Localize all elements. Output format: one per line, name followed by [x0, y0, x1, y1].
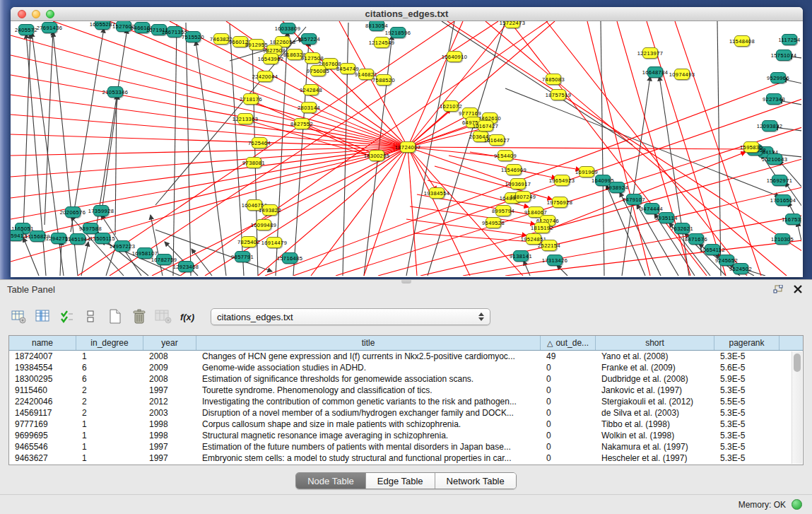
table-cell[interactable]: 1: [76, 430, 143, 441]
table-cell[interactable]: Estimation of significance thresholds fo…: [196, 373, 541, 385]
graph-node[interactable]: 2522154: [541, 240, 557, 251]
table-cell[interactable]: Nakamura et al. (1997): [596, 441, 714, 452]
table-cell[interactable]: 1997: [143, 385, 196, 396]
table-cell[interactable]: Genome-wide association studies in ADHD.: [196, 362, 541, 373]
column-header-title[interactable]: title: [196, 336, 541, 350]
graph-node[interactable]: 10654112: [705, 244, 720, 255]
table-cell[interactable]: 18300295: [9, 373, 76, 385]
graph-node[interactable]: 2935114: [659, 212, 674, 223]
graph-node[interactable]: 8995794: [495, 205, 511, 216]
graph-node[interactable]: 7485083: [546, 74, 561, 85]
table-cell[interactable]: 9115460: [9, 385, 76, 396]
table-settings-button[interactable]: [8, 307, 30, 327]
table-row[interactable]: 1456911722003Disruption of a novel membe…: [9, 407, 803, 419]
graph-node[interactable]: 18300295: [369, 150, 384, 161]
table-selector-dropdown[interactable]: citations_edges.txt: [211, 308, 490, 325]
graph-edge[interactable]: [186, 23, 191, 276]
graph-edge[interactable]: [11, 95, 408, 147]
graph-node[interactable]: 17957223: [114, 240, 130, 252]
graph-node[interactable]: 1527602: [116, 21, 131, 32]
table-cell[interactable]: 2008: [143, 351, 196, 362]
table-cell[interactable]: 2009: [143, 362, 196, 373]
table-cell[interactable]: Jankovic et al. (1997): [596, 385, 714, 396]
table-header-row[interactable]: namein_degreeyeartitle△out_de...shortpag…: [9, 336, 803, 351]
graph-node[interactable]: 12213977: [642, 47, 658, 59]
graph-node[interactable]: 21053346: [107, 86, 123, 98]
table-cell[interactable]: 2012: [143, 396, 196, 407]
graph-node[interactable]: 1210305: [775, 233, 790, 245]
graph-node[interactable]: 9242848: [303, 84, 319, 95]
table-cell[interactable]: 0: [541, 430, 596, 441]
graph-node[interactable]: 16210643: [767, 153, 782, 165]
graph-node[interactable]: 9245652: [719, 255, 734, 266]
table-cell[interactable]: Tourette syndrome. Phenomenology and cla…: [196, 385, 541, 396]
table-cell[interactable]: 5.5E-5: [714, 396, 779, 407]
graph-node[interactable]: 19654923: [554, 175, 570, 186]
graph-node[interactable]: 1621072: [443, 100, 459, 112]
table-cell[interactable]: 19384554: [9, 362, 76, 373]
column-header-short[interactable]: short: [596, 336, 714, 350]
graph-node[interactable]: 8813054: [369, 21, 384, 31]
create-column-button[interactable]: [105, 307, 126, 327]
table-cell[interactable]: Tibbo et al. (1998): [596, 419, 714, 430]
table-cell[interactable]: 0: [541, 373, 596, 385]
graph-edge[interactable]: [11, 35, 408, 147]
table-cell[interactable]: 5.3E-5: [714, 351, 779, 362]
graph-node[interactable]: 16640910: [447, 51, 462, 62]
table-cell[interactable]: 1: [76, 419, 143, 430]
graph-node[interactable]: 12124549: [374, 37, 389, 48]
graph-node[interactable]: 8938924: [609, 182, 625, 193]
graph-node[interactable]: 9549528: [486, 217, 501, 228]
graph-edge[interactable]: [408, 147, 417, 276]
graph-node[interactable]: 12093832: [762, 120, 777, 132]
graph-node[interactable]: 10936917: [510, 178, 526, 189]
graph-node[interactable]: 15751074: [776, 49, 792, 61]
graph-node[interactable]: 9738081: [246, 157, 261, 168]
graph-node[interactable]: 7357224: [301, 33, 317, 45]
column-header-outde[interactable]: △out_de...: [541, 336, 596, 350]
table-cell[interactable]: 2008: [143, 373, 196, 385]
graph-node[interactable]: 16164627: [489, 134, 505, 146]
table-cell[interactable]: 6: [76, 362, 143, 373]
graph-node[interactable]: 16099489: [256, 219, 271, 230]
window-titlebar[interactable]: citations_edges.txt: [11, 7, 803, 21]
graph-node[interactable]: 22420044: [257, 71, 273, 82]
graph-node[interactable]: 16671355: [167, 26, 182, 37]
graph-node[interactable]: 2803144: [301, 102, 317, 113]
table-cell[interactable]: 0: [541, 419, 596, 430]
graph-node[interactable]: 9154409: [498, 150, 513, 161]
graph-edge[interactable]: [192, 249, 212, 276]
graph-node[interactable]: 12923468: [178, 261, 194, 272]
table-cell[interactable]: 9463627: [9, 452, 76, 464]
graph-edge[interactable]: [408, 147, 437, 191]
graph-node[interactable]: 7632621: [674, 223, 690, 234]
select-all-columns-button[interactable]: [57, 307, 78, 327]
table-cell[interactable]: 9777169: [9, 419, 76, 430]
graph-node[interactable]: 9524502: [733, 263, 748, 274]
column-header-pagerank[interactable]: pagerank: [714, 336, 779, 350]
graph-node[interactable]: 11546909: [506, 164, 522, 175]
table-cell[interactable]: 0: [541, 407, 596, 419]
close-panel-icon[interactable]: [791, 283, 805, 296]
graph-node[interactable]: 15716485: [282, 252, 298, 264]
graph-node[interactable]: 12213363: [237, 113, 253, 124]
table-cell[interactable]: 5.3E-5: [714, 419, 779, 430]
table-cell[interactable]: 5.3E-5: [714, 407, 779, 419]
graph-node[interactable]: 20206576: [65, 206, 81, 218]
table-cell[interactable]: 2: [76, 396, 143, 407]
table-row[interactable]: 946554611997Estimation of the future num…: [9, 441, 803, 452]
table-cell[interactable]: Estimation of the future numbers of pati…: [196, 441, 541, 452]
graph-node[interactable]: 19218596: [390, 27, 406, 38]
graph-node[interactable]: 17359928: [93, 205, 109, 216]
graph-node[interactable]: 15722473: [505, 21, 520, 28]
table-cell[interactable]: 0: [541, 396, 596, 407]
table-cell[interactable]: 0: [541, 362, 596, 373]
graph-node[interactable]: 1117254: [782, 34, 797, 45]
scrollbar-thumb[interactable]: [794, 354, 801, 372]
graph-node[interactable]: 9857791: [235, 251, 250, 262]
graph-node[interactable]: 16055287: [95, 21, 110, 30]
graph-node[interactable]: 2405572: [18, 24, 34, 35]
graph-edge[interactable]: [557, 265, 567, 276]
graph-node[interactable]: 1167535: [785, 214, 801, 225]
graph-node[interactable]: 15692971: [772, 175, 787, 186]
